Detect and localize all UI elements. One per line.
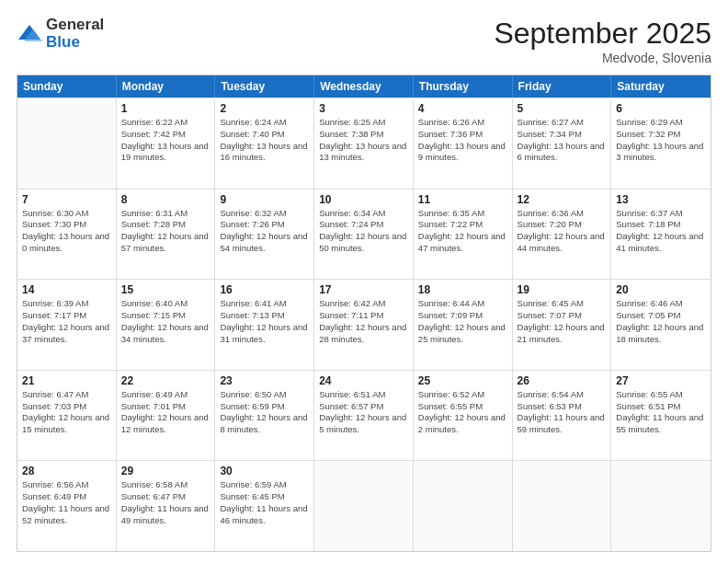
day-number: 6 [616, 102, 706, 115]
day-number: 21 [22, 374, 111, 387]
calendar-row-1: 1Sunrise: 6:22 AMSunset: 7:42 PMDaylight… [17, 98, 711, 189]
calendar-cell: 13Sunrise: 6:37 AMSunset: 7:18 PMDayligh… [611, 190, 711, 280]
calendar-cell: 21Sunrise: 6:47 AMSunset: 7:03 PMDayligh… [17, 371, 117, 461]
day-number: 14 [22, 283, 111, 296]
sunrise-text: Sunrise: 6:37 AM [616, 208, 706, 220]
calendar-cell [17, 98, 117, 189]
daylight-text: Daylight: 12 hours and 57 minutes. [121, 231, 210, 255]
sunrise-text: Sunrise: 6:59 AM [220, 479, 309, 491]
calendar-cell: 4Sunrise: 6:26 AMSunset: 7:36 PMDaylight… [414, 98, 513, 189]
calendar: SundayMondayTuesdayWednesdayThursdayFrid… [17, 75, 711, 552]
day-number: 1 [121, 102, 210, 115]
sunset-text: Sunset: 6:45 PM [220, 491, 309, 503]
calendar-row-2: 7Sunrise: 6:30 AMSunset: 7:30 PMDaylight… [17, 189, 711, 280]
calendar-cell: 2Sunrise: 6:24 AMSunset: 7:40 PMDaylight… [215, 98, 314, 189]
header-day-wednesday: Wednesday [314, 75, 414, 98]
header-day-tuesday: Tuesday [215, 75, 314, 98]
sunset-text: Sunset: 7:11 PM [319, 310, 408, 322]
calendar-cell: 20Sunrise: 6:46 AMSunset: 7:05 PMDayligh… [611, 280, 711, 370]
calendar-cell: 28Sunrise: 6:56 AMSunset: 6:49 PMDayligh… [17, 461, 117, 551]
day-number: 19 [518, 283, 607, 296]
sunrise-text: Sunrise: 6:58 AM [121, 479, 210, 491]
day-number: 17 [319, 283, 408, 296]
calendar-cell: 25Sunrise: 6:52 AMSunset: 6:55 PMDayligh… [414, 371, 513, 461]
sunset-text: Sunset: 6:51 PM [616, 401, 706, 413]
day-number: 5 [518, 102, 607, 115]
sunset-text: Sunset: 7:38 PM [319, 129, 408, 141]
sunset-text: Sunset: 7:36 PM [418, 129, 507, 141]
sunset-text: Sunset: 7:24 PM [319, 219, 408, 231]
logo-text: General Blue [46, 17, 104, 51]
logo-icon [17, 21, 42, 47]
calendar-cell [414, 461, 513, 551]
sunset-text: Sunset: 7:05 PM [616, 310, 706, 322]
day-number: 26 [518, 374, 607, 387]
day-number: 11 [418, 193, 507, 206]
sunrise-text: Sunrise: 6:34 AM [319, 208, 408, 220]
daylight-text: Daylight: 12 hours and 28 minutes. [319, 322, 408, 346]
header-day-sunday: Sunday [17, 75, 117, 98]
sunrise-text: Sunrise: 6:40 AM [121, 298, 210, 310]
calendar-cell: 7Sunrise: 6:30 AMSunset: 7:30 PMDaylight… [17, 190, 117, 280]
daylight-text: Daylight: 13 hours and 19 minutes. [121, 141, 210, 165]
calendar-row-5: 28Sunrise: 6:56 AMSunset: 6:49 PMDayligh… [17, 460, 711, 551]
sunset-text: Sunset: 7:18 PM [616, 219, 706, 231]
day-number: 10 [319, 193, 408, 206]
calendar-cell: 9Sunrise: 6:32 AMSunset: 7:26 PMDaylight… [215, 190, 314, 280]
sunrise-text: Sunrise: 6:46 AM [616, 298, 706, 310]
sunset-text: Sunset: 7:13 PM [220, 310, 309, 322]
day-number: 27 [616, 374, 706, 387]
daylight-text: Daylight: 11 hours and 49 minutes. [121, 503, 210, 527]
sunrise-text: Sunrise: 6:45 AM [518, 298, 607, 310]
calendar-cell: 1Sunrise: 6:22 AMSunset: 7:42 PMDaylight… [117, 98, 216, 189]
day-number: 28 [22, 465, 111, 477]
daylight-text: Daylight: 12 hours and 21 minutes. [518, 322, 607, 346]
sunrise-text: Sunrise: 6:30 AM [22, 208, 111, 220]
sunrise-text: Sunrise: 6:35 AM [418, 208, 507, 220]
calendar-cell: 16Sunrise: 6:41 AMSunset: 7:13 PMDayligh… [215, 280, 314, 370]
day-number: 3 [319, 102, 408, 115]
sunset-text: Sunset: 7:03 PM [22, 401, 111, 413]
sunrise-text: Sunrise: 6:27 AM [518, 117, 607, 129]
daylight-text: Daylight: 12 hours and 18 minutes. [616, 322, 706, 346]
calendar-cell: 18Sunrise: 6:44 AMSunset: 7:09 PMDayligh… [414, 280, 513, 370]
sunrise-text: Sunrise: 6:54 AM [518, 389, 607, 401]
daylight-text: Daylight: 12 hours and 2 minutes. [418, 412, 507, 436]
sunset-text: Sunset: 7:15 PM [121, 310, 210, 322]
calendar-cell [513, 461, 612, 551]
sunrise-text: Sunrise: 6:39 AM [22, 298, 111, 310]
sunrise-text: Sunrise: 6:36 AM [518, 208, 607, 220]
sunrise-text: Sunrise: 6:51 AM [319, 389, 408, 401]
sunset-text: Sunset: 7:40 PM [220, 129, 309, 141]
daylight-text: Daylight: 12 hours and 50 minutes. [319, 231, 408, 255]
day-number: 29 [121, 465, 210, 477]
calendar-cell: 30Sunrise: 6:59 AMSunset: 6:45 PMDayligh… [215, 461, 314, 551]
sunset-text: Sunset: 7:32 PM [616, 129, 706, 141]
sunset-text: Sunset: 7:28 PM [121, 219, 210, 231]
logo-general: General [46, 17, 104, 34]
daylight-text: Daylight: 13 hours and 0 minutes. [22, 231, 111, 255]
page: General Blue September 2025 Medvode, Slo… [0, 0, 728, 563]
daylight-text: Daylight: 11 hours and 46 minutes. [220, 503, 309, 527]
daylight-text: Daylight: 13 hours and 3 minutes. [616, 141, 706, 165]
day-number: 12 [518, 193, 607, 206]
location: Medvode, Slovenia [494, 51, 711, 65]
calendar-cell: 15Sunrise: 6:40 AMSunset: 7:15 PMDayligh… [117, 280, 216, 370]
calendar-cell: 22Sunrise: 6:49 AMSunset: 7:01 PMDayligh… [117, 371, 216, 461]
calendar-cell: 23Sunrise: 6:50 AMSunset: 6:59 PMDayligh… [215, 371, 314, 461]
daylight-text: Daylight: 12 hours and 34 minutes. [121, 322, 210, 346]
sunset-text: Sunset: 6:49 PM [22, 491, 111, 503]
sunrise-text: Sunrise: 6:50 AM [220, 389, 309, 401]
day-number: 8 [121, 193, 210, 206]
day-number: 20 [616, 283, 706, 296]
calendar-cell: 10Sunrise: 6:34 AMSunset: 7:24 PMDayligh… [314, 190, 414, 280]
day-number: 15 [121, 283, 210, 296]
daylight-text: Daylight: 12 hours and 41 minutes. [616, 231, 706, 255]
sunset-text: Sunset: 7:26 PM [220, 219, 309, 231]
calendar-body: 1Sunrise: 6:22 AMSunset: 7:42 PMDaylight… [17, 98, 711, 551]
calendar-cell: 8Sunrise: 6:31 AMSunset: 7:28 PMDaylight… [117, 190, 216, 280]
day-number: 18 [418, 283, 507, 296]
daylight-text: Daylight: 12 hours and 15 minutes. [22, 412, 111, 436]
daylight-text: Daylight: 12 hours and 8 minutes. [220, 412, 309, 436]
sunset-text: Sunset: 7:07 PM [518, 310, 607, 322]
